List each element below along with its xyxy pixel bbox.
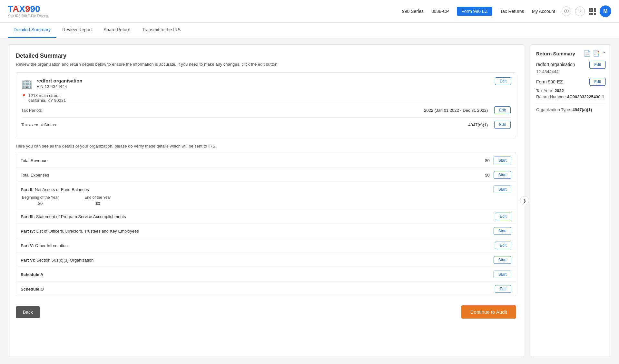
total-revenue-value: $0: [485, 158, 489, 163]
schedule-a-row: Schedule A Start: [16, 267, 516, 282]
part-iv-start-button[interactable]: Start: [494, 227, 511, 235]
chevron-up-icon[interactable]: ⌃: [602, 51, 606, 57]
part-vi-row: Part VI: Section 501(c)(3) Organization …: [16, 253, 516, 267]
part-v-label: Part V: Other Information: [21, 243, 495, 248]
total-revenue-start-button[interactable]: Start: [494, 157, 511, 164]
return-ein: 12-4344444: [536, 69, 606, 74]
tax-exempt-edit-button[interactable]: Edit: [494, 121, 511, 129]
collapse-arrow[interactable]: ❯: [520, 196, 529, 205]
net-assets-label: Part II: Net Assets or Fund Balances: [21, 187, 494, 192]
schedule-o-row: Schedule O Edit: [16, 282, 516, 296]
panel-title: Detailed Summary: [16, 53, 516, 59]
org-type-value: 4947(a)(1): [573, 107, 592, 112]
logo: TAX990: [8, 5, 48, 14]
net-assets-start-button[interactable]: Start: [494, 186, 511, 193]
tax-period-row: Tax Period: 2022 (Jan 01 2022 - Dec 31 2…: [21, 103, 511, 117]
apps-icon[interactable]: [589, 8, 596, 15]
total-expenses-row: Total Expenses $0 Start: [16, 168, 516, 182]
return-tax-year: Tax Year: 2022: [536, 88, 606, 93]
total-expenses-label: Total Expenses: [21, 173, 485, 177]
tabs-bar: Detailed Summary Review Report Share Ret…: [0, 23, 619, 38]
main-content: Detailed Summary Review the organization…: [0, 38, 619, 363]
end-label: End of the Year: [84, 195, 111, 200]
part-iii-label: Part III: Statement of Program Service A…: [21, 214, 495, 219]
help-icon[interactable]: ?: [575, 6, 585, 16]
part-v-edit-button[interactable]: Edit: [495, 242, 511, 249]
tax-period-value: 2022 (Jan 01 2022 - Dec 31 2022): [424, 108, 488, 113]
nav-form990ez[interactable]: Form 990 EZ: [457, 7, 492, 16]
nav-8038cp[interactable]: 8038-CP: [431, 9, 449, 14]
part-iii-row: Part III: Statement of Program Service A…: [16, 209, 516, 224]
schedule-a-label: Schedule A: [21, 272, 494, 277]
tab-transmit-irs[interactable]: Transmit to the IRS: [136, 23, 186, 38]
header: TAX990 Your IRS 990 E-File Experts 990 S…: [0, 0, 619, 23]
return-number-label: Return Number:: [536, 94, 566, 99]
schedule-a-start-button[interactable]: Start: [494, 271, 511, 278]
part-v-row: Part V: Other Information Edit: [16, 238, 516, 253]
net-assets-row: Part II: Net Assets or Fund Balances Sta…: [16, 182, 516, 209]
nav-my-account[interactable]: My Account: [532, 9, 555, 14]
nav-990-series[interactable]: 990 Series: [402, 9, 424, 14]
return-number-value: 4C003332225430-1: [567, 94, 604, 99]
address-line2: california, KY 90231: [28, 98, 66, 103]
building-icon: 🏢: [21, 79, 33, 89]
net-assets-end: End of the Year $0: [84, 195, 111, 206]
tax-exempt-row: Tax-exempt Status: 4947(a)(1) Edit: [21, 117, 511, 132]
tax-year-label: Tax Year:: [536, 88, 554, 93]
pdf-icon: 📄: [584, 50, 591, 57]
total-revenue-label: Total Revenue: [21, 158, 485, 163]
part-iii-edit-button[interactable]: Edit: [495, 213, 511, 220]
ein-label: EIN:: [36, 84, 44, 89]
return-number: Return Number: 4C003332225430-1: [536, 94, 606, 99]
logo-subtitle: Your IRS 990 E-File Experts: [8, 14, 48, 18]
beginning-value: $0: [22, 201, 59, 206]
return-summary-title: Return Summary: [536, 51, 575, 56]
sidebar-divider: [536, 103, 606, 103]
info-icon[interactable]: ⓘ: [562, 6, 571, 16]
schedule-o-edit-button[interactable]: Edit: [495, 285, 511, 293]
right-panel: Return Summary 📄 📑 ⌃ redfort organisatio…: [531, 44, 611, 357]
return-form-name: Form 990-EZ: [536, 79, 563, 84]
tax-period-label: Tax Period:: [21, 108, 42, 113]
tax-year-value: 2022: [555, 88, 564, 93]
tab-detailed-summary[interactable]: Detailed Summary: [8, 23, 56, 38]
back-button[interactable]: Back: [16, 306, 40, 318]
beginning-label: Beginning of the Year: [22, 195, 59, 200]
return-org-name: redfort organisation: [536, 62, 575, 67]
part-iv-label: Part IV: List of Officers, Directors, Tr…: [21, 229, 494, 234]
org-edit-button[interactable]: Edit: [495, 77, 511, 85]
tax-exempt-value: 4947(a)(1): [468, 122, 488, 127]
ein-value: 12-4344444: [44, 84, 67, 89]
tab-share-return[interactable]: Share Return: [98, 23, 136, 38]
panel-subtitle: Review the organization and return detai…: [16, 62, 516, 67]
org-header: 🏢 redfort organisation EIN:12-4344444: [21, 78, 511, 89]
total-revenue-row: Total Revenue $0 Start: [16, 153, 516, 168]
avatar[interactable]: M: [600, 5, 611, 17]
details-table: Total Revenue $0 Start Total Expenses $0…: [16, 153, 516, 296]
part-vi-start-button[interactable]: Start: [494, 256, 511, 264]
tab-review-report[interactable]: Review Report: [56, 23, 98, 38]
return-form-row: Form 990-EZ Edit: [536, 78, 606, 86]
address-line1: 1213 main street: [28, 93, 66, 98]
part-iv-row: Part IV: List of Officers, Directors, Tr…: [16, 224, 516, 238]
total-expenses-value: $0: [485, 173, 489, 177]
net-assets-beginning: Beginning of the Year $0: [22, 195, 59, 206]
end-value: $0: [84, 201, 111, 206]
return-org-edit-button[interactable]: Edit: [589, 61, 606, 69]
org-address: 📍 1213 main street california, KY 90231: [21, 93, 511, 103]
location-icon: 📍: [21, 94, 26, 99]
tax-exempt-label: Tax-exempt Status:: [21, 122, 57, 127]
left-panel: Detailed Summary Review the organization…: [8, 44, 524, 357]
return-summary-header: Return Summary 📄 📑 ⌃: [536, 50, 606, 57]
org-type-label: Organization Type:: [536, 107, 571, 112]
total-expenses-start-button[interactable]: Start: [494, 171, 511, 179]
tax-period-edit-button[interactable]: Edit: [494, 106, 511, 114]
nav-tax-returns[interactable]: Tax Returns: [500, 9, 524, 14]
header-nav: 990 Series 8038-CP Form 990 EZ Tax Retur…: [402, 7, 555, 16]
org-type-row: Organization Type: 4947(a)(1): [536, 107, 606, 112]
img-icon: 📑: [593, 50, 600, 57]
continue-to-audit-button[interactable]: Continue to Audit: [461, 305, 516, 319]
org-card: 🏢 redfort organisation EIN:12-4344444 Ed…: [16, 72, 516, 137]
return-form-edit-button[interactable]: Edit: [589, 78, 606, 86]
logo-area: TAX990 Your IRS 990 E-File Experts: [8, 5, 48, 18]
